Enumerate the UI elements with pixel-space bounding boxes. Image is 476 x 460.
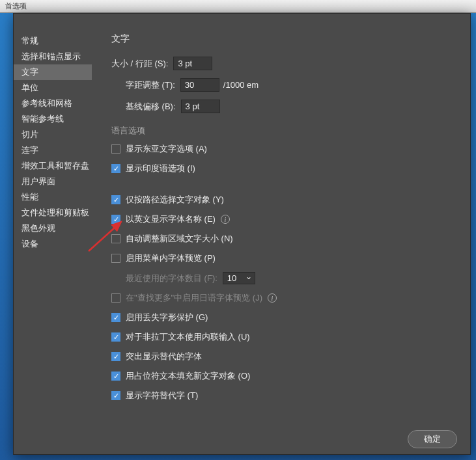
lang-option-0-checkbox[interactable] xyxy=(111,144,120,154)
option-1-label[interactable]: 以英文显示字体名称 (E) xyxy=(126,213,216,225)
option2-2-label[interactable]: 对于非拉丁文本使用内联输入 (U) xyxy=(126,331,250,343)
option2-0-checkbox[interactable] xyxy=(111,293,120,303)
option2-5-label[interactable]: 显示字符替代字 (T) xyxy=(126,390,198,401)
dialog-footer: 确定 xyxy=(14,422,470,460)
content-panel: 文字 大小 / 行距 (S): 字距调整 (T): /1000 em 基线偏移 … xyxy=(92,14,470,422)
sidebar-item-5[interactable]: 智能参考线 xyxy=(14,111,92,127)
sidebar-item-2[interactable]: 文字 xyxy=(14,64,92,80)
option2-1-label[interactable]: 启用丢失字形保护 (G) xyxy=(126,312,208,323)
sidebar-item-3[interactable]: 单位 xyxy=(14,80,92,96)
sidebar-item-12[interactable]: 黑色外观 xyxy=(14,221,92,236)
tracking-label: 字距调整 (T): xyxy=(126,79,175,91)
ok-button[interactable]: 确定 xyxy=(408,430,457,448)
sidebar-item-8[interactable]: 增效工具和暂存盘 xyxy=(14,158,92,174)
option-2-checkbox[interactable] xyxy=(111,234,120,243)
info-icon[interactable]: i xyxy=(221,215,230,224)
option2-1-checkbox[interactable] xyxy=(111,313,120,322)
size-leading-input[interactable] xyxy=(173,57,212,70)
sidebar-item-4[interactable]: 参考线和网格 xyxy=(14,96,92,111)
sidebar-item-13[interactable]: 设备 xyxy=(14,236,92,252)
sidebar-item-6[interactable]: 切片 xyxy=(14,127,92,142)
lang-option-1-label[interactable]: 显示印度语选项 (I) xyxy=(126,163,195,174)
window-title: 首选项 xyxy=(5,2,27,10)
sidebar-item-11[interactable]: 文件处理和剪贴板 xyxy=(14,205,92,221)
option2-3-checkbox[interactable] xyxy=(111,352,120,361)
titlebar: 首选项 xyxy=(0,0,476,13)
option-0-label[interactable]: 仅按路径选择文字对象 (Y) xyxy=(126,194,224,206)
size-leading-label: 大小 / 行距 (S): xyxy=(111,58,168,70)
option2-2-checkbox[interactable] xyxy=(111,332,120,342)
option-3-checkbox[interactable] xyxy=(111,254,120,263)
sidebar-item-1[interactable]: 选择和锚点显示 xyxy=(14,49,92,64)
option-0-checkbox[interactable] xyxy=(111,195,120,204)
baseline-label: 基线偏移 (B): xyxy=(126,101,176,113)
option2-5-checkbox[interactable] xyxy=(111,391,120,400)
option-2-label[interactable]: 自动调整新区域文字大小 (N) xyxy=(126,233,233,245)
tracking-suffix: /1000 em xyxy=(223,80,259,90)
tracking-input[interactable] xyxy=(180,78,219,92)
info-icon[interactable]: i xyxy=(268,293,277,303)
option2-4-checkbox[interactable] xyxy=(111,372,120,381)
recent-fonts-label: 最近使用的字体数目 (F): xyxy=(126,273,217,284)
option2-0-label[interactable]: 在"查找更多"中启用日语字体预览 (J) xyxy=(126,292,262,304)
lang-option-1-checkbox[interactable] xyxy=(111,164,120,173)
option-1-checkbox[interactable] xyxy=(111,215,120,224)
sidebar-item-0[interactable]: 常规 xyxy=(14,33,92,49)
baseline-input[interactable] xyxy=(181,100,220,113)
sidebar: 常规选择和锚点显示文字单位参考线和网格智能参考线切片连字增效工具和暂存盘用户界面… xyxy=(14,14,92,422)
sidebar-item-10[interactable]: 性能 xyxy=(14,189,92,205)
section-title: 文字 xyxy=(111,33,457,45)
option2-4-label[interactable]: 用占位符文本填充新文字对象 (O) xyxy=(126,370,250,382)
lang-option-0-label[interactable]: 显示东亚文字选项 (A) xyxy=(126,143,207,155)
recent-fonts-select[interactable]: 10 xyxy=(223,272,255,284)
sidebar-item-9[interactable]: 用户界面 xyxy=(14,174,92,189)
option2-3-label[interactable]: 突出显示替代的字体 xyxy=(126,351,202,362)
lang-section-title: 语言选项 xyxy=(111,125,457,137)
option-3-label[interactable]: 启用菜单内字体预览 (P) xyxy=(126,252,216,264)
sidebar-item-7[interactable]: 连字 xyxy=(14,142,92,158)
preferences-dialog: 常规选择和锚点显示文字单位参考线和网格智能参考线切片连字增效工具和暂存盘用户界面… xyxy=(13,13,471,455)
